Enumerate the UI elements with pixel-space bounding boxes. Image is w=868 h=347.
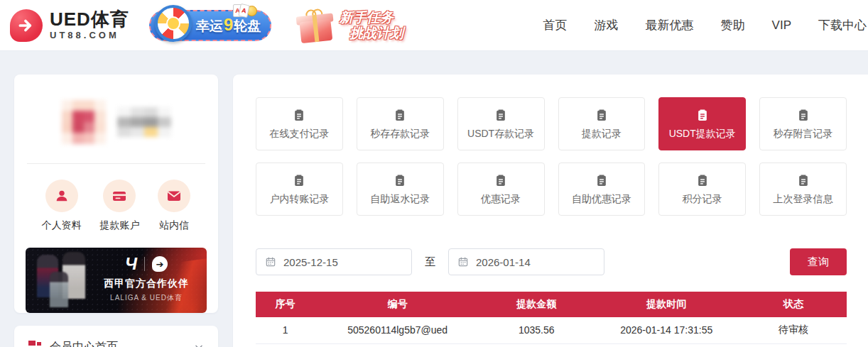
tab-last-login-info[interactable]: 上次登录信息 xyxy=(759,163,847,216)
lucky-roulette-banner[interactable]: 幸运9轮盘 AA xyxy=(149,10,271,41)
query-button[interactable]: 查询 xyxy=(790,248,847,275)
logo-title: UED体育 xyxy=(50,10,129,29)
shortcut-withdraw-account[interactable]: 提款账户 xyxy=(99,180,139,232)
logo-arrow-icon xyxy=(10,9,43,42)
cell-amount: 1035.56 xyxy=(480,317,592,343)
tab-promo-records[interactable]: 优惠记录 xyxy=(457,163,545,216)
poker-cards-icon: AA xyxy=(233,4,257,17)
col-status: 状态 xyxy=(740,292,847,317)
table-row: 1 505260114lg5b7@ued 1035.56 2026-01-14 … xyxy=(256,317,847,343)
tab-internal-transfer-records[interactable]: 户内转账记录 xyxy=(256,163,343,216)
grid-icon xyxy=(28,341,41,347)
sidebar-item-member-center-home[interactable]: 会员中心首页 xyxy=(14,326,218,347)
laliga-logo-icon: Ч xyxy=(125,255,137,272)
roulette-text-suffix: 轮盘 xyxy=(234,18,261,33)
date-from-value: 2025-12-15 xyxy=(283,256,338,268)
member-center-home-label: 会员中心首页 xyxy=(50,340,118,347)
col-id: 编号 xyxy=(315,292,480,317)
nav-sponsorship[interactable]: 赞助 xyxy=(721,17,745,33)
col-time: 提款时间 xyxy=(592,292,740,317)
laliga-partner-banner[interactable]: Ч ➔ 西甲官方合作伙伴 LALIGA & UED体育 xyxy=(26,248,207,313)
bank-card-icon xyxy=(103,180,136,212)
site-logo[interactable]: UED体育 UT88.COM xyxy=(10,9,129,42)
tab-withdrawal-records[interactable]: 提款记录 xyxy=(558,97,646,150)
shortcut-site-mail[interactable]: 站内信 xyxy=(158,180,190,232)
nav-vip[interactable]: VIP xyxy=(772,18,791,33)
newbie-banner-line2: 挑战计划 xyxy=(340,26,403,41)
date-filter-bar: 2025-12-15 至 2026-01-14 查询 xyxy=(256,248,847,275)
tab-usdt-withdrawal-records[interactable]: USDT提款记录 xyxy=(658,97,746,150)
newbie-task-banner[interactable]: 新手任务 挑战计划 xyxy=(297,9,403,42)
date-to-input[interactable]: 2026-01-14 xyxy=(448,248,604,275)
ued-mini-logo-icon: ➔ xyxy=(152,256,168,272)
tab-instant-deposit-memo-records[interactable]: 秒存附言记录 xyxy=(759,97,847,150)
tab-self-rebate-records[interactable]: 自助返水记录 xyxy=(357,163,444,216)
logo-subtitle: UT88.COM xyxy=(50,30,129,40)
nav-games[interactable]: 游戏 xyxy=(595,17,619,33)
cell-time: 2026-01-14 17:31:55 xyxy=(592,317,740,343)
roulette-number: 9 xyxy=(223,15,234,34)
tab-self-promo-records[interactable]: 自助优惠记录 xyxy=(558,163,646,216)
cell-status: 待审核 xyxy=(740,317,847,343)
to-label: 至 xyxy=(425,255,435,269)
col-amount: 提款金额 xyxy=(480,292,592,317)
cell-index: 1 xyxy=(256,317,315,343)
col-index: 序号 xyxy=(256,292,315,317)
tab-points-records[interactable]: 积分记录 xyxy=(658,163,746,216)
tab-usdt-deposit-records[interactable]: USDT存款记录 xyxy=(457,97,545,150)
player-silhouette xyxy=(50,272,68,307)
top-header: UED体育 UT88.COM 幸运9轮盘 AA 新手任务 挑战计划 首页 游戏 … xyxy=(0,0,868,51)
roulette-text-prefix: 幸运 xyxy=(196,18,223,33)
avatar xyxy=(62,100,106,144)
records-panel: 在线支付记录 秒存存款记录 USDT存款记录 提款记录 USDT提款记录 秒存附… xyxy=(233,75,868,347)
shortcut-profile-label: 个人资料 xyxy=(42,219,82,232)
shortcut-site-mail-label: 站内信 xyxy=(159,219,189,232)
nav-download-center[interactable]: 下载中心 xyxy=(818,17,867,33)
cell-id: 505260114lg5b7@ued xyxy=(315,317,480,343)
tab-instant-deposit-records[interactable]: 秒存存款记录 xyxy=(357,97,444,150)
nav-latest-offers[interactable]: 最新优惠 xyxy=(646,17,694,33)
calendar-icon xyxy=(265,256,276,268)
nav-home[interactable]: 首页 xyxy=(543,17,568,33)
profile-card: 个人资料 提款账户 站内信 xyxy=(14,75,218,313)
tab-online-payment-records[interactable]: 在线支付记录 xyxy=(256,97,343,150)
newbie-banner-line1: 新手任务 xyxy=(340,10,403,26)
chevron-down-icon xyxy=(194,342,204,347)
calendar-icon xyxy=(457,256,469,268)
table-header-row: 序号 编号 提款金额 提款时间 状态 xyxy=(256,292,847,317)
shortcut-withdraw-account-label: 提款账户 xyxy=(99,219,139,232)
date-to-value: 2026-01-14 xyxy=(476,256,531,268)
sidebar: 个人资料 提款账户 站内信 xyxy=(14,75,218,347)
partner-banner-title: 西甲官方合作伙伴 xyxy=(93,277,200,290)
mail-icon xyxy=(158,180,190,212)
record-tabs: 在线支付记录 秒存存款记录 USDT存款记录 提款记录 USDT提款记录 秒存附… xyxy=(256,97,847,216)
user-icon xyxy=(45,180,78,212)
shortcut-profile[interactable]: 个人资料 xyxy=(42,180,82,232)
date-from-input[interactable]: 2025-12-15 xyxy=(256,248,412,275)
main-nav: 首页 游戏 最新优惠 赞助 VIP 下载中心 xyxy=(543,17,868,33)
roulette-wheel-icon xyxy=(155,5,192,42)
partner-banner-subtitle: LALIGA & UED体育 xyxy=(93,293,200,303)
gift-box-icon xyxy=(295,7,336,43)
withdrawal-records-table: 序号 编号 提款金额 提款时间 状态 1 505260114lg5b7@ued … xyxy=(256,292,847,344)
username-blurred xyxy=(117,107,171,137)
